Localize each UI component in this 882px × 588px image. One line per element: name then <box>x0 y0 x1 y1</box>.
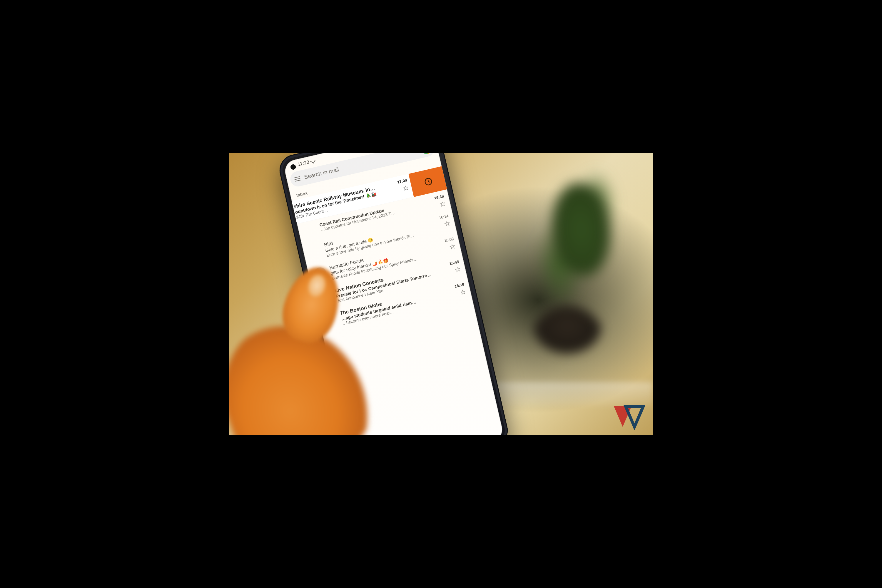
svg-marker-8 <box>626 406 643 427</box>
sender-avatar <box>313 266 327 281</box>
photo-scene: 17:23 58% Search in mail Inbox <box>230 153 652 435</box>
svg-point-6 <box>318 271 321 274</box>
star-icon[interactable] <box>454 266 461 273</box>
star-icon[interactable] <box>444 220 451 227</box>
watermark-logo <box>611 404 646 430</box>
status-time: 17:23 <box>297 159 310 167</box>
star-icon[interactable] <box>439 201 446 208</box>
account-avatar[interactable] <box>421 153 433 155</box>
email-time: 16:14 <box>439 214 449 220</box>
star-icon[interactable] <box>459 289 466 296</box>
email-time: 16:09 <box>444 237 454 243</box>
email-time: 17:00 <box>397 178 408 184</box>
email-time: 15:19 <box>454 282 465 289</box>
star-icon[interactable] <box>449 243 456 250</box>
email-time: 15:45 <box>449 260 459 266</box>
chevron-down-icon <box>310 158 315 164</box>
person-icon <box>316 269 325 278</box>
clock-icon <box>423 176 434 187</box>
email-time: 16:38 <box>434 194 444 200</box>
star-icon[interactable] <box>402 184 409 192</box>
menu-icon[interactable] <box>294 176 301 182</box>
sender-avatar: L <box>318 289 333 304</box>
